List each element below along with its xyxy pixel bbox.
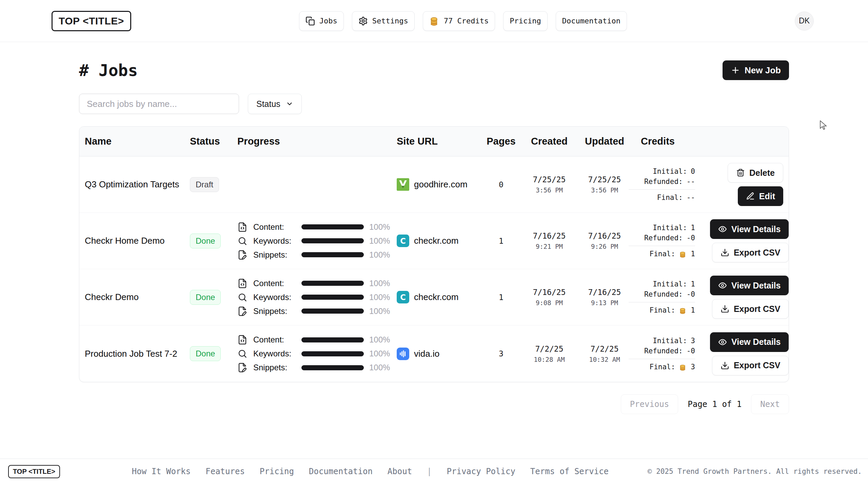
job-name: Q3 Optimization Targets [85, 179, 190, 190]
credits-refunded-label: Refunded: [644, 234, 683, 242]
created-time: 9:21 PM [521, 243, 577, 250]
file-pen-icon [237, 306, 248, 316]
progress-keywords-label: Keywords: [253, 293, 296, 302]
nav-credits-button[interactable]: 77 Credits [423, 11, 495, 31]
row-actions: Delete Edit [728, 163, 783, 206]
site-url-label[interactable]: vida.io [414, 349, 439, 359]
vida-favicon [397, 348, 409, 360]
export-csv-button[interactable]: Export CSV [712, 299, 789, 319]
col-header-pages: Pages [481, 136, 521, 147]
created-date: 7/2/25 [521, 345, 577, 353]
nav-documentation-button[interactable]: Documentation [556, 11, 627, 31]
footer-link-how-it-works[interactable]: How It Works [132, 467, 191, 476]
main-nav: Jobs Settings 77 Credits Pricing Documen… [299, 11, 627, 31]
footer-link-features[interactable]: Features [205, 467, 245, 476]
credits-final-label: Final: [649, 250, 675, 258]
delete-button[interactable]: Delete [728, 163, 783, 183]
footer-link-pricing[interactable]: Pricing [260, 467, 294, 476]
created-cell: 7/2/25 10:28 AM [521, 345, 577, 363]
view-details-label: View Details [731, 337, 781, 347]
footer-link-privacy-policy[interactable]: Privacy Policy [447, 467, 515, 476]
site-url-label[interactable]: checkr.com [414, 292, 459, 302]
nav-pricing-button[interactable]: Pricing [503, 11, 548, 31]
credits-initial-value: 0 [691, 167, 695, 175]
chevron-down-icon [286, 100, 293, 108]
footer-logo[interactable]: TOP <TITLE> [8, 465, 60, 478]
export-csv-label: Export CSV [734, 304, 781, 314]
view-details-button[interactable]: View Details [710, 276, 789, 295]
download-icon [721, 248, 729, 257]
status-filter-button[interactable]: Status [248, 94, 302, 114]
created-date: 7/25/25 [521, 175, 577, 184]
status-filter-label: Status [256, 99, 280, 109]
view-details-label: View Details [731, 224, 781, 234]
credits-final-value: 1 [691, 250, 695, 258]
progress-content-label: Content: [253, 279, 296, 288]
col-header-created: Created [521, 136, 577, 147]
search-input[interactable] [79, 94, 239, 114]
credits-final-label: Final: [649, 363, 675, 371]
main-content: # Jobs New Job Status Name Status Progre… [79, 60, 789, 414]
footer-link-terms-of-service[interactable]: Terms of Service [530, 467, 609, 476]
credits-refunded-value: -0 [687, 347, 695, 355]
export-csv-label: Export CSV [734, 248, 781, 258]
new-job-button[interactable]: New Job [723, 60, 789, 80]
site-url-label[interactable]: checkr.com [414, 236, 459, 246]
view-details-button[interactable]: View Details [710, 219, 789, 239]
search-icon [237, 292, 248, 302]
credits-initial-label: Initial: [653, 224, 687, 232]
search-icon [237, 349, 248, 359]
eye-icon [718, 225, 727, 234]
progress-keywords-label: Keywords: [253, 236, 296, 246]
export-csv-button[interactable]: Export CSV [712, 356, 789, 375]
created-cell: 7/16/25 9:21 PM [521, 231, 577, 250]
updated-date: 7/16/25 [577, 231, 632, 240]
table-header-row: Name Status Progress Site URL Pages Crea… [79, 127, 789, 156]
export-csv-button[interactable]: Export CSV [712, 243, 789, 262]
footer-link-about[interactable]: About [388, 467, 412, 476]
progress-keywords-label: Keywords: [253, 349, 296, 358]
footer-link-documentation[interactable]: Documentation [309, 467, 373, 476]
footer-separator: | [427, 467, 432, 476]
progress-cell: Content: 100% Keywords: 100% Snippets: 1… [237, 221, 397, 260]
job-name: Production Job Test 7-2 [85, 349, 190, 359]
progress-snippets-value: 100% [369, 306, 390, 316]
jobs-copy-icon [305, 16, 315, 26]
credits-initial-value: 1 [691, 224, 695, 232]
view-details-button[interactable]: View Details [710, 332, 789, 352]
user-avatar[interactable]: DK [795, 12, 814, 31]
edit-button[interactable]: Edit [738, 186, 783, 206]
app-logo[interactable]: TOP <TITLE> [52, 11, 131, 31]
progress-bar [301, 238, 364, 243]
status-badge: Done [190, 234, 221, 248]
site-url-label[interactable]: goodhire.com [414, 179, 468, 190]
credits-divider [629, 302, 695, 302]
progress-content-label: Content: [253, 335, 296, 345]
credits-final-value: -- [687, 193, 695, 202]
credits-final-value: 3 [691, 363, 695, 371]
credits-cell: Initial:3 Refunded:-0 Final:3 [629, 336, 695, 372]
updated-cell: 7/25/25 3:56 PM [577, 175, 632, 194]
nav-settings-label: Settings [372, 17, 408, 25]
progress-keywords-value: 100% [369, 236, 390, 246]
created-date: 7/16/25 [521, 288, 577, 297]
credits-final-label: Final: [657, 193, 683, 202]
previous-page-button[interactable]: Previous [621, 394, 678, 414]
svg-text:C: C [400, 237, 406, 245]
progress-content-value: 100% [369, 335, 390, 345]
pages-count: 1 [481, 293, 521, 302]
col-header-progress: Progress [237, 136, 397, 147]
progress-keywords-value: 100% [369, 293, 390, 302]
pages-count: 0 [481, 180, 521, 189]
credits-divider [629, 359, 695, 359]
row-actions: View Details Export CSV [710, 219, 789, 262]
nav-jobs-button[interactable]: Jobs [299, 11, 344, 31]
progress-bar [301, 252, 364, 257]
site-url-cell: C checkr.com [397, 291, 481, 303]
mouse-cursor [818, 119, 829, 132]
nav-settings-button[interactable]: Settings [352, 11, 415, 31]
next-page-button[interactable]: Next [751, 394, 789, 414]
created-time: 10:28 AM [521, 356, 577, 363]
row-actions: View Details Export CSV [710, 276, 789, 319]
table-row: Checkr Home Demo Done Content: 100% Keyw… [79, 213, 789, 269]
